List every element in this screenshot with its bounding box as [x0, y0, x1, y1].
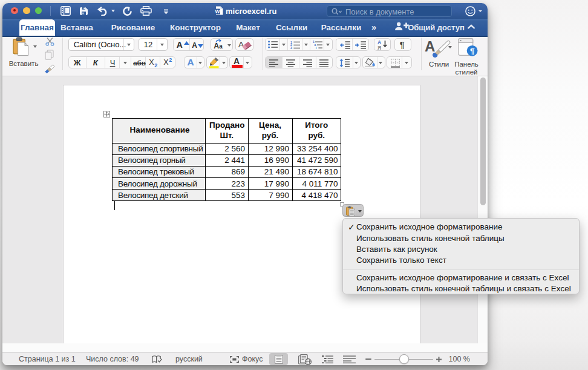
- svg-text:¶: ¶: [470, 46, 475, 55]
- svg-text:W: W: [215, 8, 220, 15]
- svg-text:Я: Я: [377, 45, 381, 50]
- svg-text:3: 3: [290, 46, 292, 49]
- svg-text:i: i: [316, 46, 317, 49]
